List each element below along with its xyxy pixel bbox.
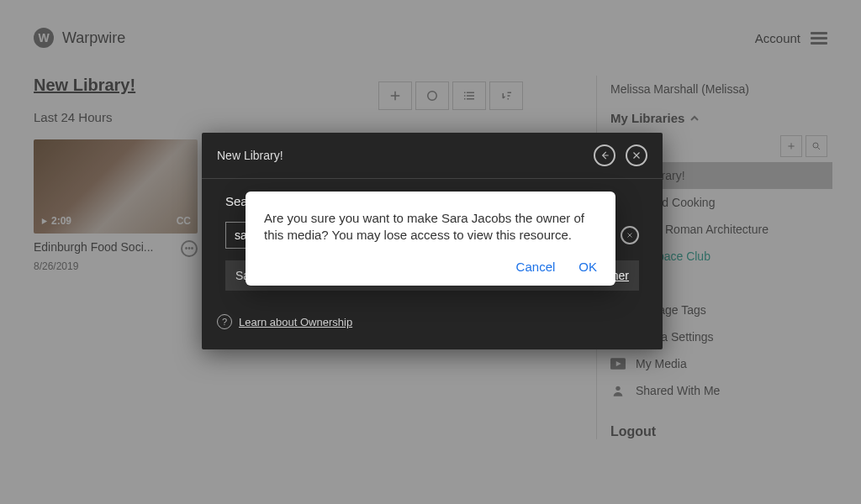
- dialog-close-button[interactable]: [626, 144, 647, 166]
- ok-button[interactable]: OK: [578, 260, 597, 274]
- dialog-clear-button[interactable]: [621, 226, 639, 244]
- arrow-left-icon: [599, 150, 610, 161]
- close-icon: [626, 231, 634, 239]
- confirm-popover: Are you sure you want to make Sara Jacob…: [246, 192, 615, 286]
- dialog-title: New Library!: [217, 149, 283, 162]
- confirm-actions: Cancel OK: [264, 260, 597, 274]
- close-icon: [631, 150, 642, 161]
- dialog-back-button[interactable]: [594, 144, 615, 166]
- dialog-header: New Library!: [202, 133, 663, 179]
- learn-about-ownership-link[interactable]: Learn about Ownership: [239, 316, 352, 328]
- cancel-button[interactable]: Cancel: [516, 260, 556, 274]
- confirm-message: Are you sure you want to make Sara Jacob…: [264, 210, 597, 244]
- help-icon[interactable]: ?: [217, 314, 232, 329]
- dialog-footer: ? Learn about Ownership: [202, 291, 663, 329]
